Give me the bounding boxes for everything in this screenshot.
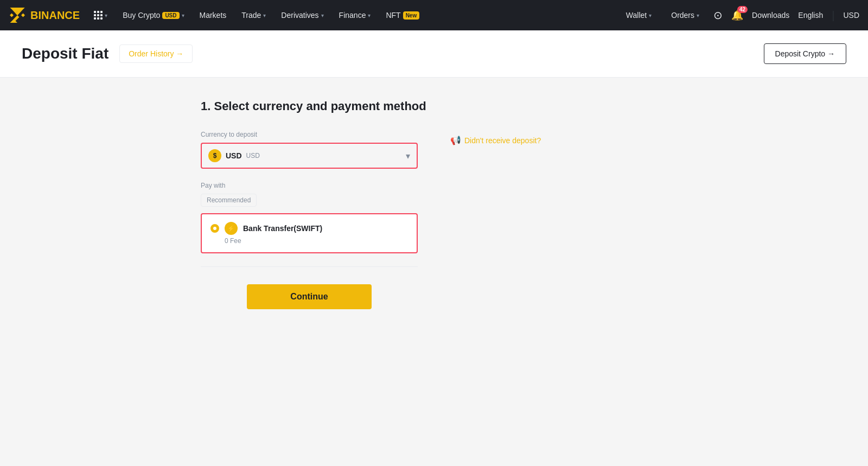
- radio-button-selected: [210, 224, 219, 233]
- didnt-receive-link[interactable]: Didn't receive deposit?: [464, 136, 541, 145]
- payment-fee: 0 Fee: [225, 237, 408, 245]
- main-content: 1. Select currency and payment method Cu…: [190, 78, 678, 331]
- form-divider: [201, 266, 418, 267]
- nav-currency[interactable]: USD: [843, 11, 859, 20]
- page-title: Deposit Fiat: [22, 45, 108, 62]
- payment-method-name: Bank Transfer(SWIFT): [243, 224, 322, 233]
- navbar-right: Wallet ▾ Orders ▾ ⊙ 🔔 42 Downloads Engli…: [621, 9, 859, 22]
- nav-orders[interactable]: Orders ▾: [666, 11, 705, 20]
- grid-menu-icon[interactable]: ▾: [88, 11, 113, 20]
- nav-item-buy-crypto[interactable]: Buy Crypto USD ▾: [117, 11, 189, 20]
- section-title: 1. Select currency and payment method: [201, 99, 667, 113]
- nav-language[interactable]: English: [798, 11, 823, 20]
- pay-with-label: Pay with: [201, 182, 418, 189]
- nav-item-markets[interactable]: Markets: [194, 11, 232, 20]
- continue-button[interactable]: Continue: [247, 284, 371, 309]
- nav-item-finance[interactable]: Finance ▾: [334, 11, 376, 20]
- didnt-receive-section: 📢 Didn't receive deposit?: [450, 135, 667, 145]
- currency-display: $ USD USD: [202, 144, 417, 168]
- currency-name: USD: [226, 151, 242, 160]
- nav-downloads[interactable]: Downloads: [752, 11, 789, 20]
- nav-wallet[interactable]: Wallet ▾: [621, 11, 657, 20]
- swift-icon: ⚡: [225, 222, 238, 235]
- page-header: Deposit Fiat Order History → Deposit Cry…: [0, 30, 868, 78]
- form-section: Currency to deposit $ USD USD ▾ Pay with…: [201, 131, 667, 309]
- currency-field-label: Currency to deposit: [201, 131, 418, 138]
- nav-item-nft[interactable]: NFT New: [380, 11, 425, 20]
- megaphone-icon: 📢: [450, 135, 461, 145]
- nav-item-trade[interactable]: Trade ▾: [236, 11, 271, 20]
- usd-coin-icon: $: [208, 149, 221, 162]
- currency-code: USD: [246, 152, 260, 159]
- navbar: BINANCE ▾ Buy Crypto USD ▾ Markets Trade…: [0, 0, 868, 30]
- nav-separator: |: [832, 9, 834, 22]
- bank-transfer-option[interactable]: ⚡ Bank Transfer(SWIFT) 0 Fee: [201, 213, 418, 253]
- recommended-tag: Recommended: [201, 194, 257, 207]
- logo-text: BINANCE: [30, 9, 80, 22]
- nav-item-derivatives[interactable]: Derivatives ▾: [276, 11, 329, 20]
- form-right: 📢 Didn't receive deposit?: [450, 131, 667, 309]
- navbar-left: BINANCE ▾ Buy Crypto USD ▾ Markets Trade…: [9, 7, 618, 24]
- page-header-left: Deposit Fiat Order History →: [22, 44, 193, 63]
- notification-count: 42: [737, 6, 748, 13]
- currency-select-wrapper[interactable]: $ USD USD ▾: [201, 143, 418, 169]
- order-history-button[interactable]: Order History →: [119, 44, 193, 63]
- binance-logo[interactable]: BINANCE: [9, 7, 80, 24]
- user-profile-icon[interactable]: ⊙: [713, 9, 723, 22]
- form-left: Currency to deposit $ USD USD ▾ Pay with…: [201, 131, 418, 309]
- notification-bell[interactable]: 🔔 42: [731, 9, 743, 21]
- payment-option-top: ⚡ Bank Transfer(SWIFT): [210, 222, 408, 235]
- deposit-crypto-button[interactable]: Deposit Crypto →: [764, 43, 846, 64]
- continue-button-wrap: Continue: [201, 284, 418, 309]
